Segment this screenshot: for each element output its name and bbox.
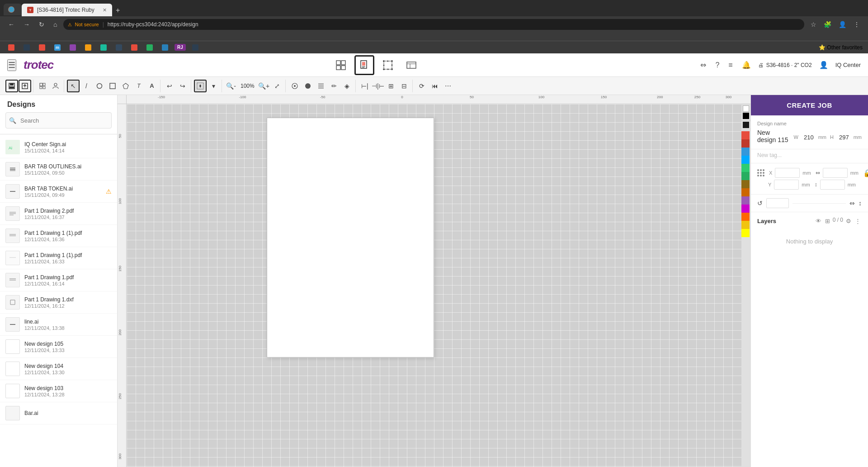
bookmark-item-1[interactable]: [5, 43, 17, 52]
bookmark-item-3[interactable]: [36, 43, 48, 52]
active-browser-tab[interactable]: T [S36-4816] Trotec Ruby ✕: [22, 4, 112, 16]
list-btn[interactable]: ≡: [726, 59, 734, 71]
bookmark-item-chart[interactable]: [189, 43, 201, 52]
save-btn[interactable]: [5, 80, 18, 92]
undo-btn[interactable]: ↩: [163, 80, 176, 92]
list-item[interactable]: New design 104 12/11/2024, 13:30: [0, 358, 117, 380]
color-swatch-darkred[interactable]: [741, 139, 750, 148]
bookmark-star[interactable]: ☆: [808, 20, 819, 29]
header-transform-btn[interactable]: [378, 55, 398, 75]
bookmark-item-7[interactable]: [98, 43, 109, 52]
list-item[interactable]: Part 1 Drawing 1 (1).pdf 12/11/2024, 16:…: [0, 247, 117, 269]
zoom-fit-btn[interactable]: ⤢: [271, 80, 283, 92]
person-btn[interactable]: [49, 80, 62, 92]
list-item[interactable]: Part 1 Drawing 2.pdf 12/11/2024, 16:37: [0, 203, 117, 225]
color-swatch-lightblue[interactable]: [741, 156, 750, 164]
profile-btn[interactable]: 👤: [836, 20, 849, 29]
color-swatch-brightyellow[interactable]: [741, 229, 750, 237]
settings-btn[interactable]: ⋮: [851, 20, 863, 29]
header-panel-btn[interactable]: [401, 55, 421, 75]
rect-tool-btn[interactable]: [106, 80, 119, 92]
tab-close-btn[interactable]: ✕: [103, 7, 107, 13]
expand-layers-btn[interactable]: ⋮: [854, 217, 862, 225]
select-dropdown-btn[interactable]: ▾: [207, 80, 220, 92]
list-item[interactable]: New design 105 12/11/2024, 13:33: [0, 336, 117, 358]
bookmark-item-9[interactable]: [128, 43, 140, 52]
refresh-button[interactable]: ↻: [36, 20, 47, 29]
select-tool-btn[interactable]: ↖: [67, 80, 80, 92]
node-btn[interactable]: ◈: [341, 80, 354, 92]
header-design-editor-btn[interactable]: [354, 55, 374, 75]
bookmark-item-10[interactable]: [144, 43, 156, 52]
browser-tab-inactive[interactable]: 🌐: [4, 4, 22, 15]
line-tool-btn[interactable]: /: [80, 80, 93, 92]
create-job-button[interactable]: CREATE JOB: [751, 95, 868, 115]
bookmark-item-6[interactable]: [82, 43, 94, 52]
color-swatch-yellow[interactable]: [741, 221, 750, 229]
color-swatch-darkorange[interactable]: [741, 213, 750, 221]
color-swatch-magenta[interactable]: [741, 205, 750, 213]
polygon-tool-btn[interactable]: [119, 80, 132, 92]
upload-btn[interactable]: [19, 80, 31, 92]
list-item[interactable]: Bar.ai: [0, 402, 117, 424]
distribute-btn[interactable]: ⊟: [398, 80, 410, 92]
list-item[interactable]: BAR TAB TOKEN.ai 15/11/2024, 09:49 ⚠: [0, 181, 117, 203]
text-cursor-tool-btn[interactable]: A: [146, 80, 158, 92]
bookmark-item-11[interactable]: [159, 43, 171, 52]
resize-btn[interactable]: ⇔: [698, 59, 708, 71]
rotate-btn[interactable]: ⟳: [415, 80, 428, 92]
color-swatch-orange[interactable]: [741, 188, 750, 196]
bookmark-item-rj[interactable]: RJ: [175, 44, 186, 51]
black-swatch[interactable]: [743, 113, 749, 119]
user-avatar-btn[interactable]: 👤: [817, 59, 830, 71]
height-coord-input[interactable]: [820, 180, 845, 190]
visibility-toggle-btn[interactable]: 👁: [815, 217, 822, 225]
redo-btn[interactable]: ↪: [176, 80, 189, 92]
position-btn[interactable]: [36, 80, 49, 92]
width-coord-input[interactable]: [823, 168, 848, 178]
x-coord-input[interactable]: [775, 168, 800, 178]
color-swatch-purple[interactable]: [741, 196, 750, 205]
list-item[interactable]: line.ai 12/11/2024, 13:38: [0, 314, 117, 336]
zoom-out-btn[interactable]: 🔍-: [225, 80, 237, 92]
header-designs-btn[interactable]: [331, 55, 351, 75]
bookmark-item-8[interactable]: [113, 43, 125, 52]
forward-button[interactable]: →: [21, 20, 33, 29]
more-btn[interactable]: ⋯: [442, 80, 454, 92]
address-bar[interactable]: ⚠ Not secure | https://ruby-pcs304d:2402…: [63, 19, 804, 30]
erase-btn[interactable]: ✏: [328, 80, 340, 92]
align-left-btn[interactable]: ⊢|: [359, 80, 371, 92]
color-swatch-green[interactable]: [741, 164, 750, 172]
design-canvas[interactable]: [267, 118, 434, 357]
text-tool-btn[interactable]: T: [132, 80, 145, 92]
flip-h-icon[interactable]: ⇔: [849, 200, 855, 207]
list-item[interactable]: Part 1 Drawing 1.dxf 12/11/2024, 16:12: [0, 291, 117, 314]
lock-aspect-btn[interactable]: 🔒: [863, 169, 868, 177]
align-center-h-btn[interactable]: ⊣|⊢: [372, 80, 384, 92]
history-btn[interactable]: ⏮: [429, 80, 441, 92]
layers-stack-btn[interactable]: ⊞: [824, 217, 831, 225]
circle-tool-btn[interactable]: [93, 80, 106, 92]
color-swatch-blue[interactable]: [741, 148, 750, 156]
bookmark-item-5[interactable]: [67, 43, 79, 52]
tag-placeholder[interactable]: New tag...: [757, 152, 782, 158]
y-coord-input[interactable]: [774, 180, 799, 190]
list-item[interactable]: New design 103 12/11/2024, 13:28: [0, 380, 117, 402]
filter-layers-btn[interactable]: ⚙: [845, 217, 852, 225]
color-swatch-brown[interactable]: [741, 180, 750, 188]
zoom-in-btn[interactable]: 🔍+: [258, 80, 270, 92]
list-item[interactable]: Part 1 Drawing 1.pdf 12/11/2024, 16:14: [0, 269, 117, 291]
other-favorites[interactable]: ⭐ Other favorites: [819, 44, 863, 51]
list-item[interactable]: BAR TAB OUTLINES.ai 15/11/2024, 09:50: [0, 158, 117, 181]
anchor-grid[interactable]: [757, 169, 764, 176]
back-button[interactable]: ←: [5, 20, 17, 29]
bookmark-item-4[interactable]: m: [52, 43, 63, 52]
active-color-swatch[interactable]: [743, 122, 749, 128]
flip-v-icon[interactable]: ↕: [859, 200, 862, 207]
grid-btn[interactable]: ⊞: [385, 80, 397, 92]
color-swatch-red[interactable]: [741, 131, 750, 139]
view-filled-btn[interactable]: [302, 80, 314, 92]
view-outline-btn[interactable]: [288, 80, 301, 92]
view-engraving-btn[interactable]: [315, 80, 327, 92]
list-item[interactable]: Ai IQ Center Sign.ai 15/11/2024, 14:14: [0, 136, 117, 158]
